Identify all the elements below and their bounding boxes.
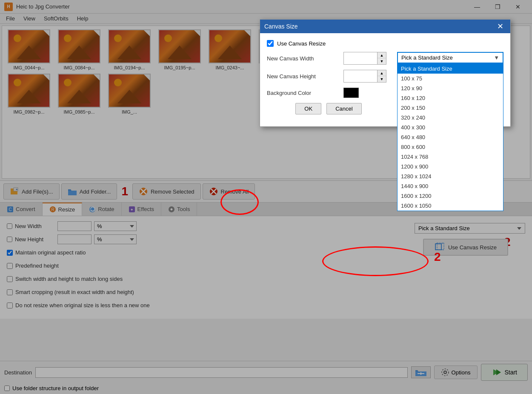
canvas-size-dialog: Canvas Size ✕ Use Canvas Resize New Canv… — [260, 19, 511, 127]
canvas-height-label: New Canvas Height — [267, 73, 343, 80]
dropdown-opt-3[interactable]: 160 x 120 — [398, 93, 503, 103]
cancel-button[interactable]: Cancel — [326, 103, 361, 114]
canvas-width-spinners: ▲ ▼ — [378, 52, 386, 65]
dropdown-opt-1[interactable]: 100 x 75 — [398, 74, 503, 83]
dropdown-opt-14[interactable]: 1600 x 1050 — [398, 201, 503, 211]
background-color-label: Background Color — [267, 90, 343, 96]
canvas-width-input-wrap: 1280 ▲ ▼ — [343, 52, 386, 65]
standard-size-dropdown-wrap: Pick a Standard Size ▼ Pick a Standard S… — [397, 52, 503, 63]
dropdown-opt-7[interactable]: 640 x 480 — [398, 132, 503, 142]
background-color-row: Background Color — [267, 88, 390, 98]
canvas-height-input[interactable]: 1024 — [343, 70, 378, 83]
dialog-body: Use Canvas Resize New Canvas Width 1280 … — [260, 33, 510, 126]
dropdown-arrow-icon: ▼ — [494, 54, 499, 61]
dropdown-opt-6[interactable]: 400 x 300 — [398, 123, 503, 132]
canvas-width-row: New Canvas Width 1280 ▲ ▼ — [267, 52, 390, 65]
standard-size-dropdown-value: Pick a Standard Size — [401, 54, 494, 61]
dialog-close-button[interactable]: ✕ — [495, 21, 506, 32]
use-canvas-resize-checkbox[interactable] — [267, 40, 274, 47]
canvas-height-spinners: ▲ ▼ — [378, 70, 386, 83]
use-canvas-resize-row: Use Canvas Resize — [267, 40, 503, 47]
dropdown-opt-10[interactable]: 1200 x 900 — [398, 162, 503, 171]
canvas-height-input-wrap: 1024 ▲ ▼ — [343, 70, 386, 83]
dropdown-opt-12[interactable]: 1440 x 900 — [398, 181, 503, 191]
canvas-width-input[interactable]: 1280 — [343, 52, 378, 65]
dropdown-opt-5[interactable]: 320 x 240 — [398, 113, 503, 123]
dialog-title: Canvas Size — [264, 23, 495, 30]
ok-button[interactable]: OK — [295, 103, 321, 114]
canvas-height-up[interactable]: ▲ — [378, 70, 386, 76]
dropdown-opt-2[interactable]: 120 x 90 — [398, 83, 503, 93]
dropdown-opt-0[interactable]: Pick a Standard Size — [398, 64, 503, 74]
canvas-height-down[interactable]: ▼ — [378, 76, 386, 82]
standard-size-dropdown-trigger[interactable]: Pick a Standard Size ▼ — [397, 52, 503, 63]
dialog-title-bar: Canvas Size ✕ — [260, 20, 510, 33]
standard-size-dropdown-area: Pick a Standard Size ▼ Pick a Standard S… — [397, 52, 503, 63]
dialog-buttons-row: OK Cancel — [267, 103, 390, 114]
canvas-width-label: New Canvas Width — [267, 55, 343, 62]
dropdown-opt-9[interactable]: 1024 x 768 — [398, 152, 503, 162]
canvas-width-down[interactable]: ▼ — [378, 58, 386, 64]
background-color-swatch[interactable] — [343, 88, 359, 98]
dropdown-opt-13[interactable]: 1600 x 1200 — [398, 191, 503, 201]
dropdown-opt-4[interactable]: 200 x 150 — [398, 103, 503, 113]
use-canvas-resize-label: Use Canvas Resize — [277, 40, 326, 47]
dropdown-opt-11[interactable]: 1280 x 1024 — [398, 171, 503, 181]
standard-size-dropdown-list: Pick a Standard Size 100 x 75 120 x 90 1… — [397, 63, 503, 211]
dropdown-opt-8[interactable]: 800 x 600 — [398, 142, 503, 152]
canvas-height-row: New Canvas Height 1024 ▲ ▼ — [267, 70, 390, 83]
canvas-width-up[interactable]: ▲ — [378, 52, 386, 58]
